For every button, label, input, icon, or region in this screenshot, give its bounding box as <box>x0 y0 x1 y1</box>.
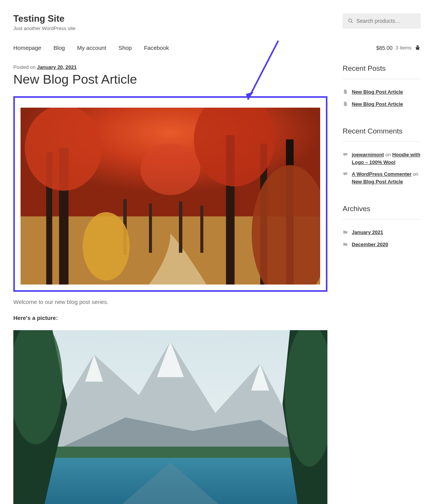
widget-recent-posts: Recent Posts New Blog Post Article New B… <box>343 64 421 110</box>
list-item: joewarnimont on Hoodie with Logo – 100% … <box>343 149 421 168</box>
comment-target-link[interactable]: New Blog Post Article <box>352 179 403 184</box>
nav-facebook[interactable]: Facebook <box>144 45 169 51</box>
post-picture-label: Here's a picture: <box>13 315 58 321</box>
svg-point-19 <box>140 144 200 195</box>
cart-price: $85.00 <box>376 45 393 51</box>
content-image <box>13 330 327 504</box>
post-welcome-text: Welcome to our new blog post series. <box>13 297 327 307</box>
svg-point-15 <box>25 108 102 191</box>
widget-archives: Archives January 2021 December 2020 <box>343 205 421 250</box>
cart-summary[interactable]: $85.00 3 items <box>376 45 421 51</box>
archive-link[interactable]: December 2020 <box>352 241 388 248</box>
svg-point-16 <box>83 212 130 281</box>
featured-image-frame <box>13 96 327 292</box>
list-item: January 2021 <box>343 226 421 238</box>
svg-rect-13 <box>179 202 182 253</box>
nav-blog[interactable]: Blog <box>53 45 65 51</box>
widget-title-recent-posts: Recent Posts <box>343 64 421 79</box>
comment-author-link[interactable]: A WordPress Commenter <box>352 171 412 177</box>
main-nav: Homepage Blog My account Shop Facebook <box>13 45 169 51</box>
folder-icon <box>343 229 348 235</box>
post-meta: Posted on January 20, 2021 <box>13 64 327 70</box>
post-title: New Blog Post Article <box>13 72 327 87</box>
posted-on-label: Posted on <box>13 64 37 70</box>
comment-author-link[interactable]: joewarnimont <box>352 152 384 157</box>
nav-homepage[interactable]: Homepage <box>13 45 41 51</box>
comment-on-text: on <box>412 171 418 177</box>
widget-title-recent-comments: Recent Comments <box>343 127 421 142</box>
svg-point-0 <box>349 19 352 22</box>
recent-post-link[interactable]: New Blog Post Article <box>352 88 403 96</box>
site-branding: Testing Site Just another WordPress site <box>13 13 75 31</box>
document-icon <box>343 89 348 94</box>
cart-items-count: 3 items <box>396 45 412 51</box>
list-item: A WordPress Commenter on New Blog Post A… <box>343 168 421 188</box>
comment-on-text: on <box>384 152 393 157</box>
sidebar: Recent Posts New Blog Post Article New B… <box>343 64 421 504</box>
search-icon <box>348 18 353 24</box>
search-input[interactable] <box>356 18 415 24</box>
site-tagline: Just another WordPress site <box>13 25 75 31</box>
recent-post-link[interactable]: New Blog Post Article <box>352 100 403 108</box>
archive-link[interactable]: January 2021 <box>352 229 383 236</box>
basket-icon <box>415 45 421 51</box>
widget-title-archives: Archives <box>343 205 421 219</box>
svg-line-1 <box>351 22 353 23</box>
post-body: Welcome to our new blog post series. Her… <box>13 297 327 504</box>
svg-rect-12 <box>149 204 152 253</box>
widget-recent-comments: Recent Comments joewarnimont on Hoodie w… <box>343 127 421 188</box>
list-item: New Blog Post Article <box>343 86 421 98</box>
folder-icon <box>343 242 348 247</box>
list-item: New Blog Post Article <box>343 98 421 110</box>
svg-rect-14 <box>200 206 203 253</box>
comment-icon <box>343 171 348 176</box>
document-icon <box>343 101 348 107</box>
svg-marker-3 <box>246 92 254 100</box>
main-content: Posted on January 20, 2021 New Blog Post… <box>13 64 327 504</box>
list-item: December 2020 <box>343 238 421 251</box>
comment-icon <box>343 152 348 157</box>
nav-shop[interactable]: Shop <box>118 45 132 51</box>
nav-my-account[interactable]: My account <box>77 45 106 51</box>
post-date-link[interactable]: January 20, 2021 <box>37 64 77 70</box>
featured-image <box>21 108 320 285</box>
site-title[interactable]: Testing Site <box>13 13 75 24</box>
search-box[interactable] <box>343 13 421 29</box>
